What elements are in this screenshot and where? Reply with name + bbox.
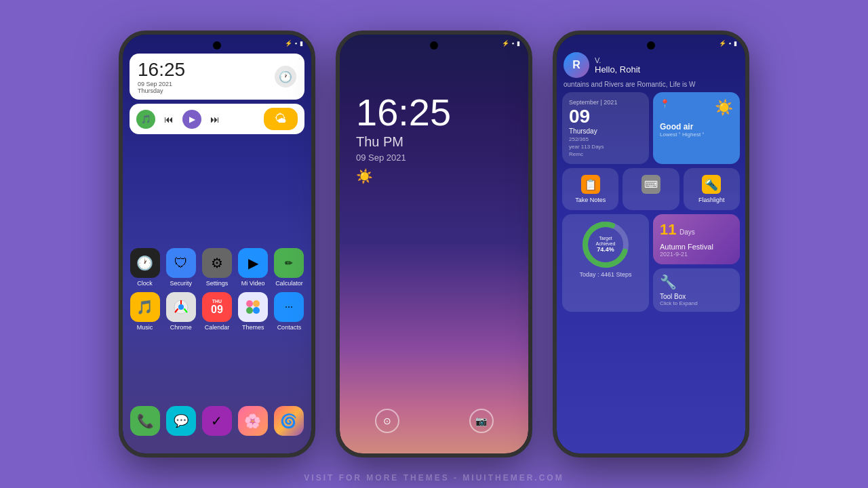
chrome-app-icon (166, 292, 196, 322)
phone3-widgets: ⚡ ▪ ▮ R V. Hello, Rohit ountains and Riv… (553, 30, 749, 458)
dock-messages[interactable]: 💬 (166, 406, 196, 436)
steps-percent: 74.4% (596, 247, 616, 253)
chrome-app-label: Chrome (170, 324, 192, 331)
settings-app-icon: ⚙ (202, 248, 232, 278)
lock-date: 09 Sep 2021 (340, 152, 528, 163)
security-app-icon: 🛡 (166, 248, 196, 278)
app-contacts[interactable]: ⋯ Contacts (274, 292, 304, 331)
calc-icon: ⌨ (642, 175, 660, 194)
camera-hole (213, 41, 221, 49)
weather-widget-card[interactable]: 📍 ☀️ Good air Lowest ° Highest ° (653, 92, 740, 164)
mivideo-app-label: Mi Video (241, 280, 265, 287)
time-widget[interactable]: 16:25 09 Sep 2021 Thursday 🕐 (130, 54, 304, 100)
camera-hole-2 (430, 41, 438, 49)
next-button[interactable]: ⏭ (205, 110, 224, 129)
themes-app-icon (238, 292, 268, 322)
lock-camera-btn[interactable]: ⊙ (375, 409, 399, 433)
bluetooth-icon-2: ⚡ (502, 40, 509, 47)
lock-time: 16:25 (340, 49, 528, 134)
location-icon: 📍 (660, 99, 670, 108)
clock-app-icon: 🕐 (130, 248, 160, 278)
right-widgets-col: 11 Days Autumn Festival 2021-9-21 🔧 Tool… (653, 214, 740, 312)
calendar-app-icon: THU09 (202, 292, 232, 322)
cal-info2: year 113 Days (569, 144, 642, 150)
toolbox-icon: 🔧 (660, 274, 733, 290)
calculator-app-label: Calculator (275, 280, 303, 287)
camera-hole-3 (647, 41, 655, 49)
steps-widget[interactable]: TargetAchieved 74.4% Today : 4461 Steps (562, 214, 649, 312)
app-calendar[interactable]: THU09 Calendar (201, 292, 232, 331)
app-music[interactable]: 🎵 Music (130, 292, 160, 331)
home-screen: ⚡ ▪ ▮ 16:25 09 Sep 2021 Thursday 🕐 🎵 ⏮ ▶… (123, 35, 311, 453)
wifi-icon-3: ▪ (729, 40, 731, 47)
cal-day: 09 (569, 106, 642, 127)
app-mivideo[interactable]: ▶ Mi Video (238, 248, 269, 287)
steps-count: Today : 4461 Steps (579, 271, 631, 278)
toolbox-widget[interactable]: 🔧 Tool Box Click to Expand (653, 268, 740, 312)
calculator-app-icon: ✏ (274, 248, 304, 278)
media-controls: 🎵 ⏮ ▶ ⏭ (136, 110, 224, 129)
weather-widget[interactable]: 🌤 (264, 108, 298, 130)
play-button[interactable]: ▶ (182, 110, 201, 129)
battery-icon: ▮ (300, 40, 303, 47)
clock-app-label: Clock (137, 280, 153, 287)
phone1-home: ⚡ ▪ ▮ 16:25 09 Sep 2021 Thursday 🕐 🎵 ⏮ ▶… (119, 30, 315, 458)
widget-row-tools: 📋 Take Notes ⌨ 🔦 Flashlight (557, 168, 745, 210)
autumn-date: 2021-9-21 (660, 251, 733, 258)
lock-unlock-btn[interactable]: 📷 (469, 409, 494, 433)
app-themes[interactable]: Themes (238, 292, 269, 331)
clock-day: Thursday (138, 87, 185, 94)
clock-time: 16:25 (138, 59, 185, 81)
notes-icon: 📋 (581, 175, 600, 194)
dock-arc[interactable]: 🌀 (274, 406, 304, 436)
calc-widget[interactable]: ⌨ (623, 168, 679, 210)
app-calculator[interactable]: ✏ Calculator (274, 248, 304, 287)
music-icon[interactable]: 🎵 (136, 110, 155, 129)
autumn-days-label: Days (679, 228, 695, 236)
security-app-label: Security (170, 280, 193, 287)
dock-todo[interactable]: ✓ (202, 406, 232, 436)
toolbox-title: Tool Box (660, 293, 733, 300)
dock-gallery[interactable]: 🌸 (238, 406, 268, 436)
lock-bottom-controls: ⊙ 📷 (340, 409, 528, 433)
widget-header: R V. Hello, Rohit (557, 49, 745, 81)
marquee-text: ountains and Rivers are Romantic, Life i… (557, 81, 745, 88)
toolbox-subtitle: Click to Expand (660, 300, 733, 306)
calendar-app-label: Calendar (205, 324, 230, 331)
dock-phone[interactable]: 📞 (130, 406, 160, 436)
lock-day: Thu PM (340, 134, 528, 150)
mivideo-app-icon: ▶ (238, 248, 268, 278)
avatar: R (564, 52, 589, 78)
prev-button[interactable]: ⏮ (159, 110, 178, 129)
media-bar: 🎵 ⏮ ▶ ⏭ 🌤 (130, 104, 304, 134)
cal-month: September | 2021 (569, 99, 642, 106)
calendar-widget[interactable]: September | 2021 09 Thursday 252/365 yea… (562, 92, 649, 164)
battery-icon-2: ▮ (517, 40, 520, 47)
clock-date: 09 Sep 2021 (138, 81, 185, 87)
cal-info3: Remc (569, 151, 642, 157)
bottom-dock: 📞 💬 ✓ 🌸 🌀 (123, 402, 311, 440)
widget-row-steps: TargetAchieved 74.4% Today : 4461 Steps … (557, 214, 745, 312)
steps-circle-container: TargetAchieved 74.4% (582, 221, 629, 268)
autumn-widget[interactable]: 11 Days Autumn Festival 2021-9-21 (653, 214, 740, 264)
app-security[interactable]: 🛡 Security (165, 248, 196, 287)
svg-point-5 (246, 300, 253, 307)
app-settings[interactable]: ⚙ Settings (201, 248, 232, 287)
app-chrome[interactable]: Chrome (165, 292, 196, 331)
lock-screen: ⚡ ▪ ▮ 16:25 Thu PM 09 Sep 2021 ☀️ ⊙ 📷 (340, 35, 528, 453)
autumn-title: Autumn Festival (660, 243, 733, 251)
wifi-icon-2: ▪ (512, 40, 514, 47)
lock-weather: ☀️ (340, 168, 528, 184)
wifi-icon: ▪ (295, 40, 297, 47)
flashlight-widget[interactable]: 🔦 Flashlight (684, 168, 740, 210)
weather-temp: Lowest ° Highest ° (660, 131, 733, 138)
svg-point-1 (178, 304, 184, 310)
bluetooth-icon: ⚡ (285, 40, 292, 47)
notes-widget[interactable]: 📋 Take Notes (562, 168, 618, 210)
app-grid-row1: 🕐 Clock 🛡 Security ⚙ Settings ▶ Mi Video… (123, 243, 311, 336)
music-app-label: Music (137, 324, 153, 331)
svg-point-6 (253, 300, 260, 307)
cal-weekday: Thursday (569, 127, 642, 135)
themes-app-label: Themes (242, 324, 264, 331)
app-clock[interactable]: 🕐 Clock (130, 248, 160, 287)
